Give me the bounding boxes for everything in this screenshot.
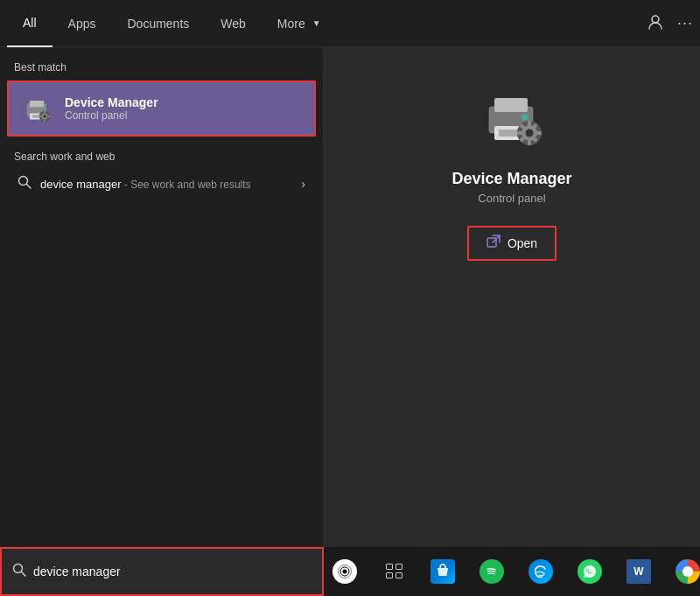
- svg-rect-26: [536, 131, 542, 135]
- taskbar-icons: W: [324, 547, 700, 596]
- svg-point-22: [526, 130, 534, 137]
- best-match-text: Device Manager Control panel: [65, 95, 304, 122]
- svg-rect-25: [517, 131, 522, 135]
- chevron-right-icon: ›: [301, 177, 305, 191]
- right-app-title: Device Manager: [452, 170, 571, 188]
- svg-line-14: [27, 185, 32, 189]
- task-view-button[interactable]: [373, 550, 415, 592]
- person-icon[interactable]: [648, 14, 663, 33]
- taskbar-search-icon: [12, 563, 26, 580]
- svg-point-37: [343, 570, 347, 574]
- svg-rect-11: [39, 116, 42, 117]
- best-match-title: Device Manager: [65, 95, 304, 109]
- svg-line-34: [22, 572, 26, 577]
- right-panel: Device Manager Control panel Open: [324, 47, 700, 547]
- right-panel-icon: [477, 82, 547, 156]
- best-match-subtitle: Control panel: [65, 109, 304, 122]
- search-box-container[interactable]: [0, 547, 324, 596]
- start-button[interactable]: [324, 550, 366, 592]
- web-search-text: device manager - See work and web result…: [40, 178, 292, 191]
- best-match-item[interactable]: Device Manager Control panel: [7, 81, 316, 137]
- taskbar: W: [0, 547, 700, 596]
- word-button[interactable]: W: [618, 550, 660, 592]
- svg-point-0: [652, 16, 659, 23]
- spotify-button[interactable]: [471, 550, 513, 592]
- whatsapp-icon: [578, 559, 602, 584]
- svg-rect-12: [48, 116, 51, 117]
- store-button[interactable]: [422, 550, 464, 592]
- left-panel: Best match: [0, 47, 324, 547]
- svg-point-8: [43, 115, 46, 118]
- edge-button[interactable]: [520, 550, 562, 592]
- tab-documents[interactable]: Documents: [111, 0, 205, 47]
- edge-icon: [528, 559, 553, 584]
- svg-rect-10: [44, 120, 46, 123]
- tab-apps[interactable]: Apps: [52, 0, 112, 47]
- task-view-icon: [384, 564, 403, 579]
- dropdown-arrow-icon: ▼: [312, 18, 321, 28]
- start-icon: [332, 559, 357, 584]
- svg-rect-2: [30, 101, 44, 107]
- spotify-icon: [480, 559, 504, 584]
- svg-rect-24: [528, 140, 531, 145]
- search-input[interactable]: [33, 564, 312, 578]
- search-icon: [18, 175, 32, 193]
- tab-more[interactable]: More ▼: [262, 0, 337, 47]
- svg-point-18: [522, 114, 528, 121]
- chrome-button[interactable]: [667, 550, 700, 592]
- tab-web[interactable]: Web: [205, 0, 262, 47]
- device-manager-icon-box: [19, 91, 54, 126]
- more-options-icon[interactable]: ···: [677, 14, 693, 32]
- open-icon: [486, 235, 500, 252]
- word-icon: W: [626, 559, 651, 584]
- svg-rect-9: [44, 111, 46, 114]
- open-button[interactable]: Open: [467, 226, 556, 261]
- store-icon: [430, 559, 455, 584]
- best-match-label: Best match: [0, 61, 323, 81]
- nav-icons: ···: [648, 14, 693, 33]
- main-area: Best match: [0, 47, 700, 547]
- svg-point-4: [41, 107, 45, 110]
- svg-rect-16: [494, 98, 528, 112]
- search-section-label: Search work and web: [0, 140, 323, 168]
- svg-rect-23: [528, 121, 531, 126]
- open-button-label: Open: [508, 236, 537, 250]
- top-navigation: All Apps Documents Web More ▼ ···: [0, 0, 700, 47]
- chrome-icon: [676, 559, 700, 584]
- whatsapp-button[interactable]: [569, 550, 611, 592]
- web-search-item[interactable]: device manager - See work and web result…: [7, 168, 316, 200]
- right-app-subtitle: Control panel: [478, 192, 545, 205]
- tab-all[interactable]: All: [7, 0, 52, 47]
